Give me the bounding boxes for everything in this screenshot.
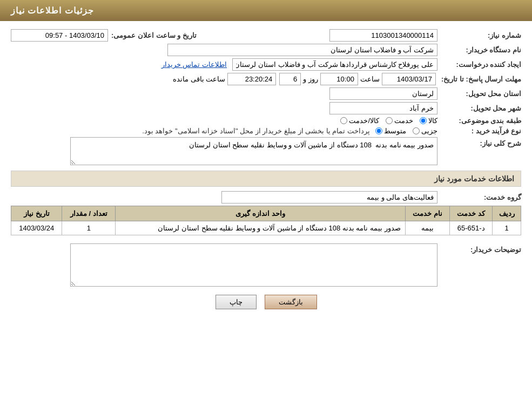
mohlat-label: مهلت ارسال پاسخ: تا تاریخ: [436, 75, 521, 83]
col-tarikh: تاریخ نیاز [11, 206, 62, 221]
cell-radif: 1 [493, 221, 521, 235]
row-ijadKonande: ایجاد کننده درخواست: اطلاعات تماس خریدار [11, 58, 521, 71]
row-towzihat: توضیحات خریدار: [11, 243, 521, 287]
main-content: شماره نیاز: تاریخ و ساعت اعلان عمومی: نا… [0, 21, 532, 328]
ijadKonande-input[interactable] [232, 58, 437, 71]
page-wrapper: جزئیات اطلاعات نیاز شماره نیاز: تاریخ و … [0, 0, 532, 407]
noefarayand-motevaset-item[interactable]: متوسط [375, 127, 406, 135]
noefarayand-radio-group: جزیی متوسط [375, 127, 437, 135]
col-radif: ردیف [493, 206, 521, 221]
grohe-input[interactable] [221, 191, 437, 204]
tabaqe-label: طبقه بندی موضوعی: [437, 117, 521, 125]
noefarayand-jozi-label: جزیی [421, 127, 437, 135]
row-shahr: شهر محل تحویل: [11, 102, 521, 114]
col-tedad: تعداد / مقدار [62, 206, 116, 221]
service-table: ردیف کد خدمت نام خدمت واحد اندازه گیری ت… [11, 206, 521, 235]
namDastgah-label: نام دستگاه خریدار: [437, 46, 521, 54]
shahr-label: شهر محل تحویل: [437, 104, 521, 112]
cell-tarikh: 1403/03/24 [11, 221, 62, 235]
towzihat-label: توضیحات خریدار: [437, 243, 521, 254]
table-row: 1 د-651-65 بیمه صدور بیمه نامه بدنه 108 … [11, 221, 521, 235]
noefarayand-motevaset-radio[interactable] [375, 127, 382, 134]
sharhKoli-label: شرح کلی نیاز: [437, 137, 521, 147]
tabaqe-kala-khadamat-item[interactable]: کالا/خدمت [340, 117, 379, 125]
noefarayand-desc: پرداخت تمام یا بخشی از مبلغ خریدار از مح… [142, 127, 370, 135]
tabaqe-kala-label: کالا [428, 117, 437, 125]
noefarayand-motevaset-label: متوسط [384, 127, 406, 135]
col-unit: واحد اندازه گیری [116, 206, 405, 221]
roz-label: روز و [303, 75, 318, 83]
ijadKonande-link[interactable]: اطلاعات تماس خریدار [161, 60, 227, 69]
namDastgah-input[interactable] [167, 44, 437, 56]
cell-kod: د-651-65 [450, 221, 493, 235]
ostan-input[interactable] [329, 87, 437, 100]
mohlat-roz-input[interactable] [279, 73, 301, 85]
noefarayand-jozi-radio[interactable] [413, 127, 420, 134]
shomareNiaz-label: شماره نیاز: [437, 31, 521, 39]
sharhKoli-textarea[interactable] [70, 137, 437, 165]
page-header: جزئیات اطلاعات نیاز [0, 0, 532, 21]
towzihat-textarea[interactable] [70, 243, 437, 287]
row-grohe: گروه خدمت: [11, 191, 521, 204]
shomareNiaz-input[interactable] [329, 29, 437, 42]
row-namDastgah: نام دستگاه خریدار: [11, 44, 521, 56]
mohlat-saat-input[interactable] [320, 73, 358, 85]
grohe-label: گروه خدمت: [437, 193, 521, 201]
back-button[interactable]: بازگشت [265, 295, 317, 309]
tarikh-elam-label: تاریخ و ساعت اعلان عمومی: [108, 31, 197, 39]
page-title: جزئیات اطلاعات نیاز [11, 6, 94, 15]
col-kod: کد خدمت [450, 206, 493, 221]
tabaqe-kala-radio[interactable] [420, 117, 427, 124]
tabaqe-khadamat-radio[interactable] [386, 117, 393, 124]
tabaqe-kala-item[interactable]: کالا [420, 117, 437, 125]
tabaqe-khadamat-item[interactable]: خدمت [386, 117, 413, 125]
row-sharhKoli: شرح کلی نیاز: [11, 137, 521, 165]
col-name: نام خدمت [405, 206, 449, 221]
row-tabaqe: طبقه بندی موضوعی: کالا خدمت کالا/خدمت [11, 117, 521, 125]
mande-label: ساعت باقی مانده [173, 75, 225, 83]
ijadKonande-label: ایجاد کننده درخواست: [437, 60, 521, 69]
tabaqe-kala-khadamat-label: کالا/خدمت [349, 117, 379, 125]
ostan-label: استان محل تحویل: [437, 90, 521, 98]
print-button[interactable]: چاپ [216, 295, 257, 309]
tabaqe-khadamat-label: خدمت [394, 117, 413, 125]
mohlat-date-input[interactable] [382, 73, 436, 85]
khadamat-section-header: اطلاعات خدمات مورد نیاز [11, 171, 521, 187]
shahr-input[interactable] [329, 102, 437, 114]
button-row: بازگشت چاپ [11, 295, 521, 320]
cell-unit: صدور بیمه نامه بدنه 108 دستگاه از ماشین … [116, 221, 405, 235]
cell-name: بیمه [405, 221, 449, 235]
noefarayand-label: نوع فرآیند خرید : [437, 127, 521, 135]
row-noefarayand: نوع فرآیند خرید : جزیی متوسط پرداخت تمام… [11, 127, 521, 135]
row-shomareNiaz: شماره نیاز: تاریخ و ساعت اعلان عمومی: [11, 29, 521, 42]
row-ostan: استان محل تحویل: [11, 87, 521, 100]
saat-label: ساعت [360, 75, 380, 83]
tarikh-elam-input[interactable] [11, 29, 108, 42]
noefarayand-jozi-item[interactable]: جزیی [413, 127, 437, 135]
tabaqe-kala-khadamat-radio[interactable] [340, 117, 347, 124]
row-mohlat: مهلت ارسال پاسخ: تا تاریخ: ساعت روز و سا… [11, 73, 521, 85]
cell-tedad: 1 [62, 221, 116, 235]
mohlat-mande-input[interactable] [227, 73, 276, 85]
tabaqe-radio-group: کالا خدمت کالا/خدمت [340, 117, 437, 125]
